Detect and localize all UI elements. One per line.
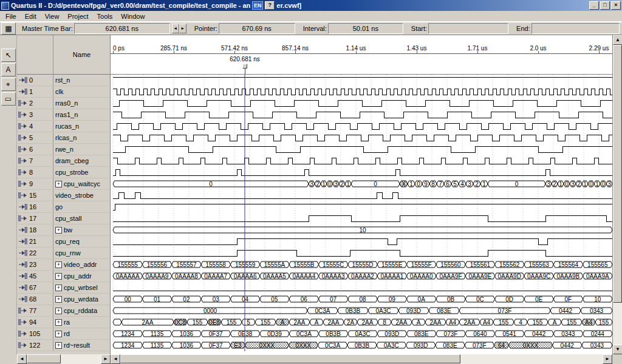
timeline-tick [174,51,174,53]
timeline-header[interactable]: 0 ps285.71 ns571.42 ns857.14 ns1.14 us1.… [111,35,612,75]
svg-text:155561: 155561 [470,261,491,268]
signal-row[interactable]: 18+bw [17,224,110,236]
zoom-tool-icon[interactable]: ⌖ [1,78,16,91]
signal-row[interactable]: 45+cpu_addr [17,271,110,282]
master-time-value[interactable]: 620.681 ns [74,23,170,34]
expand-plus-button[interactable]: + [55,227,62,234]
menu-item-edit[interactable]: Edit [21,12,41,21]
wave-scroll-right-icon[interactable]: ► [603,354,612,364]
svg-text:4: 4 [519,319,522,326]
expand-plus-button[interactable]: + [55,319,62,326]
signal-panel-header-right: Name [53,35,110,74]
svg-text:1: 1 [559,181,562,187]
pointer-tool-icon[interactable]: ↖ [1,49,16,62]
signal-row[interactable]: 17cpu_stall [17,213,110,224]
panel-scrollbar[interactable]: ◄ ► [17,354,111,364]
vertical-scroll-thumb[interactable] [613,45,622,303]
panel-scroll-thumb[interactable] [27,354,61,363]
waveform-canvas[interactable]: 032103210X109876543210321032101031015555… [111,75,612,351]
menu-item-tools[interactable]: Tools [93,12,117,21]
text-tool-icon[interactable]: A [1,63,16,76]
signal-number: 122 [29,342,40,349]
signal-row[interactable]: 16go [17,201,110,213]
signal-row[interactable]: 105+rd [17,328,110,340]
signal-row[interactable]: 23+video_addr [17,259,110,271]
title-bar[interactable]: Quartus II - D:/d/pentevo/fpga/_ver0.00/… [0,0,622,11]
signal-row[interactable]: 3rras1_n [17,109,110,121]
svg-text:A: A [315,319,319,326]
signal-row-left: 6 [17,144,53,155]
signal-row-left: 67 [17,282,53,293]
signal-row[interactable]: 77+cpu_rddata [17,305,110,317]
menu-item-view[interactable]: View [41,12,64,21]
language-indicator-badge[interactable]: EN [252,1,263,10]
signal-row[interactable]: 0rst_n [17,75,110,86]
timeline-tick [599,51,600,53]
spin-left-icon[interactable]: ◄ [172,24,179,33]
signal-waves[interactable]: 032103210X109876543210321032101031015555… [111,75,612,354]
svg-text:0C3A: 0C3A [315,308,330,314]
expand-plus-button[interactable]: + [55,308,62,314]
expand-plus-button[interactable]: + [55,331,62,337]
close-button[interactable]: × [611,1,621,10]
spin-right-icon[interactable]: ► [179,24,186,33]
expand-plus-button[interactable]: + [55,181,62,187]
signal-row[interactable]: 9+cpu_waitcyc [17,178,110,190]
signal-row[interactable]: 5rlcas_n [17,132,110,144]
full-screen-tool-icon[interactable]: ▭ [1,92,16,106]
signal-name-cell: rras1_n [53,109,110,120]
expand-plus-button[interactable]: + [55,342,62,349]
maximize-button[interactable]: □ [600,1,610,10]
signal-number: 16 [29,203,36,211]
menu-item-project[interactable]: Project [63,12,92,21]
signal-row[interactable]: 15video_strobe [17,190,110,201]
expand-plus-button[interactable]: + [55,261,62,268]
signal-row[interactable]: 1clk [17,86,110,98]
signal-row[interactable]: 6rwe_n [17,144,110,155]
vertical-scroll-track[interactable] [613,45,622,345]
help-icon[interactable]: ? [265,1,275,10]
signal-row[interactable]: 2rras0_n [17,98,110,109]
cursor-handle[interactable] [242,64,247,69]
signal-row[interactable]: 122+rd~result [17,340,110,351]
signal-number: 4 [29,123,33,130]
signal-number: 3 [29,111,33,118]
waveform-scrollbar[interactable]: ◄ ► [111,354,612,364]
panel-scroll-left-icon[interactable]: ◄ [17,354,27,364]
vertical-scrollbar[interactable]: ▲ ▼ [612,35,622,354]
signal-row[interactable]: 94+ra [17,317,110,328]
signal-number: 18 [29,226,36,234]
svg-text:1135: 1135 [151,342,164,349]
waveform-editor-icon[interactable]: ▦ [1,22,16,35]
expand-plus-button[interactable]: + [55,296,62,303]
svg-text:0AAAA9: 0AAAA9 [146,273,169,280]
wave-scroll-thumb[interactable] [120,354,460,363]
signal-row[interactable]: 68+cpu_wrdata [17,294,110,305]
panel-scroll-track[interactable] [27,354,101,364]
signal-row[interactable]: 21cpu_req [17,236,110,248]
minimize-button[interactable]: _ [589,1,599,10]
menu-item-window[interactable]: Window [117,12,149,21]
scroll-down-icon[interactable]: ▼ [613,345,622,354]
svg-text:0AAAA0: 0AAAA0 [410,273,433,280]
wave-scroll-track[interactable] [120,354,603,364]
wave-cpu_strobe [113,169,612,175]
timeline-tick [417,51,417,53]
panel-scroll-right-icon[interactable]: ► [101,354,111,364]
signal-row[interactable]: 7dram_cbeg [17,155,110,167]
expand-plus-button[interactable]: + [55,273,62,280]
input-pin-icon [18,238,27,244]
svg-text:155565: 155565 [587,261,608,268]
scroll-up-icon[interactable]: ▲ [613,35,622,45]
signal-row[interactable]: 4rucas_n [17,121,110,132]
signal-row[interactable]: 8cpu_strobe [17,167,110,178]
svg-text:0A3C: 0A3C [384,342,399,349]
signal-row[interactable]: 67+cpu_wrbsel [17,282,110,294]
wave-scroll-left-icon[interactable]: ◄ [111,354,120,364]
expand-plus-button[interactable]: + [55,285,62,291]
signal-row-left: 3 [17,109,53,120]
signal-row[interactable]: 22cpu_rnw [17,248,110,259]
signal-name-cell: cpu_req [53,236,110,247]
menu-item-file[interactable]: File [1,12,21,21]
svg-text:2AA: 2AA [362,319,374,326]
